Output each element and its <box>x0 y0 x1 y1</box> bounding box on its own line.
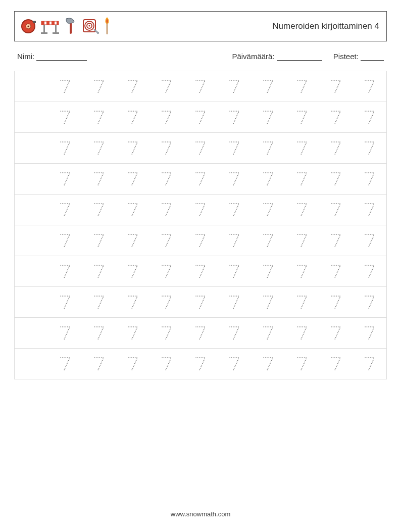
practice-cell[interactable] <box>319 256 353 286</box>
practice-cell[interactable] <box>217 164 251 194</box>
practice-cell[interactable] <box>353 256 386 286</box>
practice-cell[interactable] <box>285 287 319 317</box>
practice-cell[interactable] <box>285 318 319 348</box>
practice-cell[interactable] <box>251 256 285 286</box>
practice-cell[interactable] <box>82 102 116 132</box>
practice-cell[interactable] <box>48 349 82 379</box>
practice-cell[interactable] <box>251 318 285 348</box>
practice-cell[interactable] <box>285 225 319 256</box>
practice-cell[interactable] <box>15 195 48 225</box>
practice-cell[interactable] <box>353 102 386 132</box>
practice-cell[interactable] <box>48 71 82 102</box>
practice-cell[interactable] <box>319 164 353 194</box>
practice-cell[interactable] <box>150 195 184 225</box>
practice-cell[interactable] <box>116 256 150 286</box>
practice-cell[interactable] <box>48 164 82 194</box>
practice-cell[interactable] <box>251 225 285 256</box>
practice-cell[interactable] <box>217 133 251 163</box>
practice-cell[interactable] <box>116 102 150 132</box>
practice-cell[interactable] <box>15 133 48 163</box>
practice-cell[interactable] <box>319 225 353 256</box>
practice-cell[interactable] <box>150 256 184 286</box>
practice-cell[interactable] <box>319 318 353 348</box>
practice-cell[interactable] <box>150 164 184 194</box>
practice-cell[interactable] <box>150 349 184 379</box>
practice-cell[interactable] <box>116 287 150 317</box>
practice-cell[interactable] <box>285 133 319 163</box>
practice-cell[interactable] <box>15 225 48 256</box>
practice-cell[interactable] <box>150 287 184 317</box>
practice-cell[interactable] <box>217 318 251 348</box>
practice-cell[interactable] <box>217 349 251 379</box>
practice-cell[interactable] <box>184 256 218 286</box>
practice-cell[interactable] <box>319 287 353 317</box>
practice-cell[interactable] <box>184 349 218 379</box>
practice-cell[interactable] <box>82 133 116 163</box>
practice-cell[interactable] <box>15 349 48 379</box>
practice-cell[interactable] <box>251 349 285 379</box>
practice-cell[interactable] <box>251 71 285 102</box>
practice-cell[interactable] <box>285 71 319 102</box>
practice-cell[interactable] <box>116 164 150 194</box>
practice-cell[interactable] <box>217 71 251 102</box>
practice-cell[interactable] <box>184 133 218 163</box>
practice-cell[interactable] <box>285 164 319 194</box>
practice-cell[interactable] <box>184 287 218 317</box>
practice-cell[interactable] <box>184 225 218 256</box>
practice-cell[interactable] <box>48 287 82 317</box>
practice-cell[interactable] <box>82 195 116 225</box>
practice-cell[interactable] <box>48 256 82 286</box>
practice-cell[interactable] <box>353 71 386 102</box>
practice-cell[interactable] <box>251 287 285 317</box>
practice-cell[interactable] <box>217 287 251 317</box>
practice-cell[interactable] <box>116 225 150 256</box>
practice-cell[interactable] <box>82 71 116 102</box>
practice-cell[interactable] <box>82 318 116 348</box>
practice-cell[interactable] <box>217 102 251 132</box>
practice-cell[interactable] <box>319 102 353 132</box>
practice-cell[interactable] <box>353 133 386 163</box>
practice-cell[interactable] <box>116 349 150 379</box>
practice-cell[interactable] <box>82 225 116 256</box>
practice-cell[interactable] <box>285 102 319 132</box>
practice-cell[interactable] <box>285 256 319 286</box>
practice-cell[interactable] <box>319 195 353 225</box>
practice-cell[interactable] <box>48 133 82 163</box>
practice-cell[interactable] <box>353 195 386 225</box>
practice-cell[interactable] <box>15 318 48 348</box>
name-blank[interactable] <box>36 53 87 61</box>
practice-cell[interactable] <box>251 102 285 132</box>
practice-cell[interactable] <box>116 195 150 225</box>
practice-cell[interactable] <box>150 133 184 163</box>
practice-cell[interactable] <box>251 195 285 225</box>
practice-cell[interactable] <box>319 71 353 102</box>
practice-cell[interactable] <box>82 256 116 286</box>
practice-cell[interactable] <box>82 287 116 317</box>
practice-cell[interactable] <box>82 164 116 194</box>
practice-cell[interactable] <box>15 71 48 102</box>
practice-cell[interactable] <box>48 102 82 132</box>
practice-cell[interactable] <box>48 225 82 256</box>
practice-cell[interactable] <box>217 225 251 256</box>
practice-cell[interactable] <box>15 287 48 317</box>
practice-cell[interactable] <box>353 318 386 348</box>
practice-cell[interactable] <box>319 349 353 379</box>
practice-cell[interactable] <box>150 225 184 256</box>
practice-cell[interactable] <box>319 133 353 163</box>
practice-cell[interactable] <box>48 318 82 348</box>
score-blank[interactable] <box>361 53 384 61</box>
practice-cell[interactable] <box>15 256 48 286</box>
practice-cell[interactable] <box>116 318 150 348</box>
practice-cell[interactable] <box>184 318 218 348</box>
practice-cell[interactable] <box>217 256 251 286</box>
practice-cell[interactable] <box>116 71 150 102</box>
practice-cell[interactable] <box>184 102 218 132</box>
practice-cell[interactable] <box>48 195 82 225</box>
practice-cell[interactable] <box>217 195 251 225</box>
practice-cell[interactable] <box>184 71 218 102</box>
practice-cell[interactable] <box>150 102 184 132</box>
practice-cell[interactable] <box>353 349 386 379</box>
practice-cell[interactable] <box>15 164 48 194</box>
practice-cell[interactable] <box>150 71 184 102</box>
practice-cell[interactable] <box>353 164 386 194</box>
